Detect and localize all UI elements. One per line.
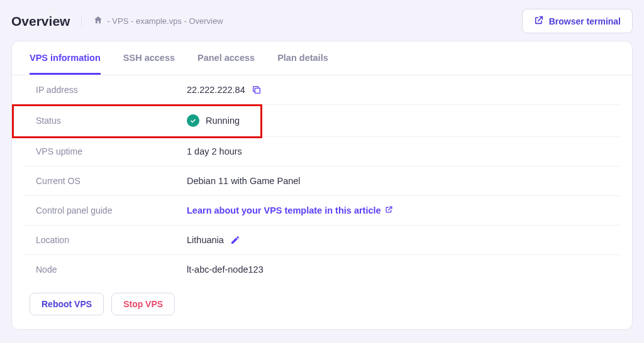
stop-vps-button[interactable]: Stop VPS [111,293,175,315]
vps-card: VPS information SSH access Panel access … [11,41,633,330]
reboot-vps-button[interactable]: Reboot VPS [30,293,104,315]
tab-vps-information[interactable]: VPS information [30,41,101,75]
stop-label: Stop VPS [123,299,163,309]
check-icon [187,114,199,127]
svg-rect-0 [255,88,260,93]
current-os-value: Debian 11 with Game Panel [187,176,301,186]
external-link-icon [385,205,393,215]
browser-terminal-button[interactable]: Browser terminal [522,9,633,33]
row-control-panel-guide: Control panel guide Learn about your VPS… [23,196,621,226]
ip-address-value: 22.222.222.84 [187,85,245,95]
row-node: Node lt-abc-def-node123 [23,255,621,284]
guide-label: Control panel guide [36,205,187,215]
home-icon[interactable] [93,15,103,27]
ip-address-label: IP address [36,85,187,95]
external-link-icon [534,15,544,27]
tab-panel-access[interactable]: Panel access [197,41,255,75]
row-location: Location Lithuania [23,226,621,255]
status-label: Status [36,116,187,126]
row-current-os: Current OS Debian 11 with Game Panel [23,166,621,196]
guide-link[interactable]: Learn about your VPS template in this ar… [187,205,393,215]
location-value: Lithuania [187,235,224,245]
reboot-label: Reboot VPS [42,299,92,309]
uptime-label: VPS uptime [36,146,187,156]
guide-link-text: Learn about your VPS template in this ar… [187,205,381,215]
row-ip-address: IP address 22.222.222.84 [23,75,621,105]
tab-plan-details[interactable]: Plan details [277,41,328,75]
uptime-value: 1 day 2 hours [187,146,242,156]
copy-icon[interactable] [252,85,262,95]
row-uptime: VPS uptime 1 day 2 hours [23,137,621,166]
current-os-label: Current OS [36,176,187,186]
breadcrumb-text: - VPS - example.vps - Overview [107,16,223,26]
location-label: Location [36,235,187,245]
edit-icon[interactable] [230,235,240,245]
page-title: Overview [11,14,70,29]
tab-ssh-access[interactable]: SSH access [123,41,175,75]
breadcrumb[interactable]: - VPS - example.vps - Overview [81,15,223,27]
tabs: VPS information SSH access Panel access … [12,41,632,75]
status-value: Running [206,116,240,126]
node-label: Node [36,264,187,275]
browser-terminal-label: Browser terminal [549,16,621,26]
row-status: Status Running [23,105,621,137]
node-value: lt-abc-def-node123 [187,264,264,275]
